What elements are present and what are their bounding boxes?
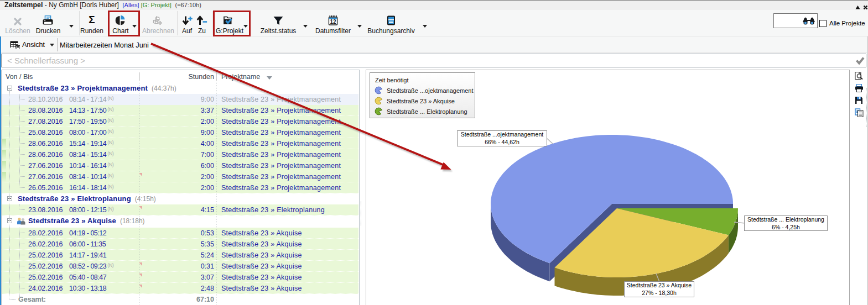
svg-text:12: 12	[330, 19, 336, 25]
